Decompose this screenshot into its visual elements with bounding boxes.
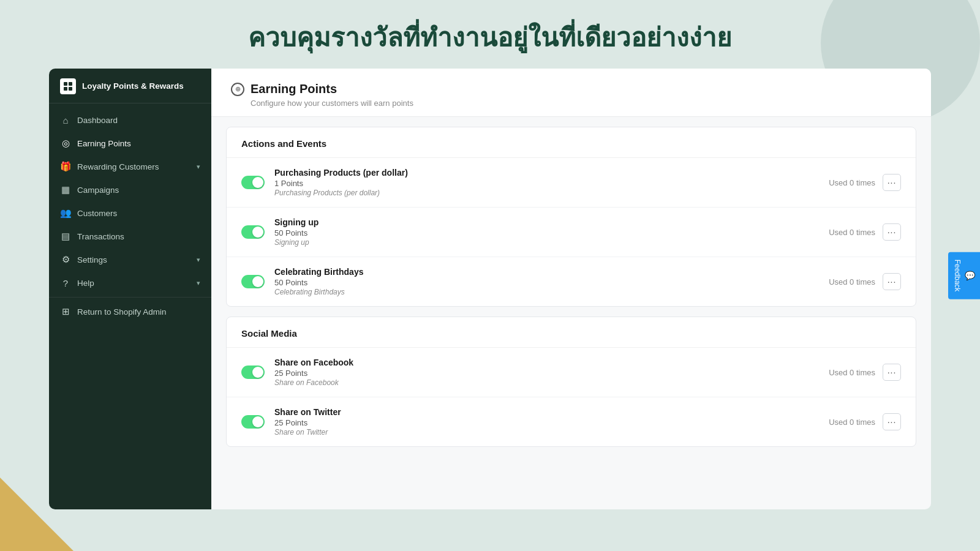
feedback-tab[interactable]: 💬 Feedback [948,252,980,299]
sidebar-label-help: Help [77,279,94,288]
action-desc-birthdays: Celebrating Birthdays [274,288,819,296]
table-row: Share on Twitter 25 Points Share on Twit… [227,397,916,446]
sidebar-item-campaigns[interactable]: ▦ Campaigns [49,178,211,201]
toggle-purchasing[interactable] [241,176,265,189]
action-info-signing-up: Signing up 50 Points Signing up [274,217,819,247]
table-row: Celebrating Birthdays 50 Points Celebrat… [227,257,916,306]
svg-rect-3 [69,87,72,91]
action-info-twitter: Share on Twitter 25 Points Share on Twit… [274,407,819,437]
feedback-label: Feedback [953,260,962,292]
sidebar-label-customers: Customers [77,209,117,218]
sidebar-item-transactions[interactable]: ▤ Transactions [49,225,211,248]
table-row: Share on Facebook 25 Points Share on Fac… [227,348,916,397]
sidebar-label-campaigns: Campaigns [77,186,119,195]
toggle-twitter-switch[interactable] [241,415,265,429]
page-header-top: ⊕ Earning Points [231,82,911,96]
used-times-purchasing: Used 0 times [829,178,875,187]
action-name-signing-up: Signing up [274,217,819,227]
more-button-twitter[interactable]: ··· [883,413,901,430]
sidebar-label-dashboard: Dashboard [77,116,118,125]
sidebar-label-earning-points: Earning Points [77,139,131,148]
chevron-down-settings-icon: ▾ [197,256,200,264]
action-points-signing-up: 50 Points [274,228,819,238]
more-button-signing-up[interactable]: ··· [883,223,901,241]
action-meta-facebook: Used 0 times ··· [829,364,901,381]
action-desc-twitter: Share on Twitter [274,428,819,437]
social-media-title: Social Media [227,317,916,347]
toggle-facebook-switch[interactable] [241,365,265,379]
social-media-card: Social Media Share on Facebook 25 Points… [226,317,916,447]
sidebar-label-transactions: Transactions [77,232,124,241]
action-info-purchasing: Purchasing Products (per dollar) 1 Point… [274,168,819,197]
action-info-birthdays: Celebrating Birthdays 50 Points Celebrat… [274,267,819,296]
users-icon: 👥 [60,208,71,219]
sidebar-item-customers[interactable]: 👥 Customers [49,201,211,225]
brand-name: Loyalty Points & Rewards [82,81,184,91]
sidebar-nav: ⌂ Dashboard ◎ Earning Points 🎁 Rewarding… [49,103,211,328]
more-button-purchasing[interactable]: ··· [883,174,901,191]
action-points-purchasing: 1 Points [274,179,819,188]
action-desc-purchasing: Purchasing Products (per dollar) [274,189,819,197]
used-times-birthdays: Used 0 times [829,277,875,287]
more-button-facebook[interactable]: ··· [883,364,901,381]
svg-rect-1 [69,82,72,86]
table-row: Signing up 50 Points Signing up Used 0 t… [227,208,916,257]
sidebar-brand: Loyalty Points & Rewards [49,69,211,103]
action-points-birthdays: 50 Points [274,278,819,287]
banner-title: ควบคุมรางวัลที่ทำงานอยู่ในที่เดียวอย่างง… [0,17,980,58]
sidebar-item-return-shopify[interactable]: ⊞ Return to Shopify Admin [49,300,211,323]
action-meta-twitter: Used 0 times ··· [829,413,901,430]
earning-points-icon: ⊕ [231,83,244,96]
svg-rect-2 [64,87,67,91]
page-header-banner: ควบคุมรางวัลที่ทำงานอยู่ในที่เดียวอย่างง… [0,0,980,69]
sidebar-item-dashboard[interactable]: ⌂ Dashboard [49,108,211,132]
action-info-facebook: Share on Facebook 25 Points Share on Fac… [274,358,819,387]
sidebar-item-help[interactable]: ? Help ▾ [49,271,211,294]
sidebar: Loyalty Points & Rewards ⌂ Dashboard ◎ E… [49,69,211,509]
actions-events-title: Actions and Events [227,127,916,157]
action-name-facebook: Share on Facebook [274,358,819,367]
action-desc-facebook: Share on Facebook [274,378,819,387]
used-times-twitter: Used 0 times [829,418,875,427]
feedback-icon: 💬 [965,270,975,280]
action-points-twitter: 25 Points [274,418,819,427]
toggle-purchasing-switch[interactable] [241,176,265,189]
toggle-signing-up-switch[interactable] [241,225,265,239]
action-name-twitter: Share on Twitter [274,407,819,417]
toggle-birthdays[interactable] [241,275,265,288]
sidebar-label-rewarding-customers: Rewarding Customers [77,162,159,171]
toggle-facebook[interactable] [241,365,265,379]
action-desc-signing-up: Signing up [274,238,819,247]
svg-rect-0 [64,82,67,86]
page-title: Earning Points [251,82,337,96]
toggle-birthdays-switch[interactable] [241,275,265,288]
table-row: Purchasing Products (per dollar) 1 Point… [227,158,916,208]
shopify-icon: ⊞ [60,306,71,317]
sidebar-divider [49,297,211,298]
question-icon: ? [60,277,71,288]
used-times-facebook: Used 0 times [829,368,875,377]
action-name-purchasing: Purchasing Products (per dollar) [274,168,819,178]
chevron-down-icon: ▾ [197,163,200,171]
sidebar-item-earning-points[interactable]: ◎ Earning Points [49,132,211,155]
circle-arrow-icon: ◎ [60,138,71,149]
more-button-birthdays[interactable]: ··· [883,273,901,290]
action-meta-birthdays: Used 0 times ··· [829,273,901,290]
used-times-signing-up: Used 0 times [829,228,875,237]
sidebar-item-rewarding-customers[interactable]: 🎁 Rewarding Customers ▾ [49,155,211,178]
sidebar-item-settings[interactable]: ⚙ Settings ▾ [49,248,211,271]
action-points-facebook: 25 Points [274,369,819,378]
main-content: ⊕ Earning Points Configure how your cust… [211,69,931,509]
brand-icon [60,78,76,94]
action-meta-purchasing: Used 0 times ··· [829,174,901,191]
actions-events-card: Actions and Events Purchasing Products (… [226,127,916,307]
sidebar-label-return-shopify: Return to Shopify Admin [77,307,167,317]
home-icon: ⌂ [60,114,71,126]
gear-icon: ⚙ [60,254,71,265]
main-layout: Loyalty Points & Rewards ⌂ Dashboard ◎ E… [0,69,980,509]
calendar-icon: ▦ [60,184,71,195]
toggle-signing-up[interactable] [241,225,265,239]
table-icon: ▤ [60,231,71,242]
toggle-twitter[interactable] [241,415,265,429]
chevron-down-help-icon: ▾ [197,279,200,287]
